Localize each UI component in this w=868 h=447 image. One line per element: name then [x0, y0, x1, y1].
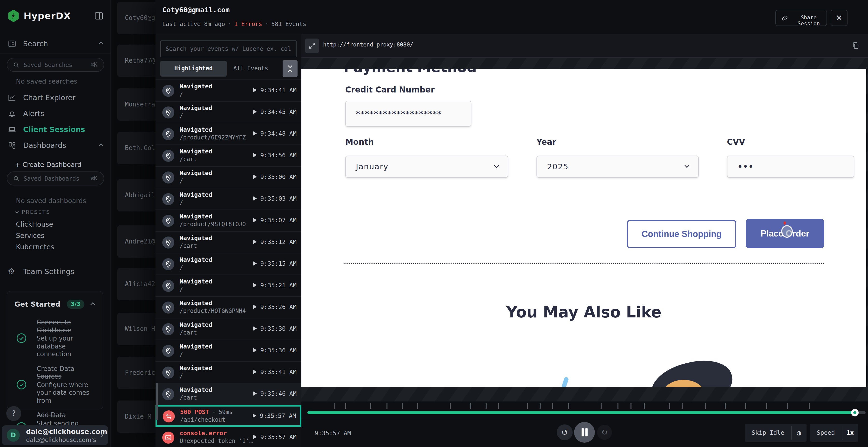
- session-list-item[interactable]: Abbigail: [117, 179, 158, 211]
- session-list-item[interactable]: Andre21@: [117, 226, 158, 258]
- event-row-error[interactable]: 500 POST · 59ms/api/checkout9:35:57 AM: [156, 405, 301, 427]
- event-row[interactable]: Navigated/9:35:36 AM: [156, 340, 301, 362]
- session-list-item[interactable]: Beth.Gol: [117, 132, 158, 164]
- event-timestamp[interactable]: 9:35:46 AM: [253, 390, 297, 397]
- forward-button[interactable]: ↻: [597, 425, 612, 440]
- play-icon: [253, 240, 257, 244]
- event-timestamp[interactable]: 9:34:56 AM: [253, 152, 297, 159]
- event-timestamp[interactable]: 9:35:15 AM: [253, 260, 297, 267]
- chevron-up-icon[interactable]: [99, 143, 103, 148]
- tab-all-events[interactable]: All Events: [228, 61, 274, 77]
- create-dashboard-button[interactable]: + Create Dashboard: [15, 161, 82, 168]
- event-timestamp[interactable]: 9:35:30 AM: [253, 325, 297, 332]
- timeline-track[interactable]: [307, 411, 866, 414]
- session-list-item[interactable]: Retha77@: [117, 44, 158, 77]
- user-menu[interactable]: D dale@clickhouse.com dale@clickhouse.co…: [2, 425, 108, 445]
- month-select[interactable]: January: [345, 156, 508, 178]
- session-list-item[interactable]: Alicia42: [117, 268, 158, 300]
- event-timestamp[interactable]: 9:35:57 AM: [253, 434, 297, 441]
- event-timestamp[interactable]: 9:34:45 AM: [253, 108, 297, 115]
- event-row[interactable]: Navigated/cart9:35:30 AM: [156, 318, 301, 340]
- session-list-item[interactable]: Monserra: [117, 89, 158, 121]
- cvv-input[interactable]: •••: [727, 156, 854, 178]
- replay-cursor-icon: [781, 225, 793, 238]
- skip-idle-label[interactable]: Skip Idle: [745, 424, 791, 442]
- events-search-input[interactable]: [160, 40, 297, 57]
- event-path: /cart: [180, 329, 212, 336]
- event-timestamp[interactable]: 9:35:12 AM: [253, 238, 297, 245]
- event-row-error[interactable]: console.errorUnexpected token 'I'…9:35:5…: [156, 427, 301, 447]
- event-row[interactable]: Navigated/cart9:34:56 AM: [156, 145, 301, 167]
- event-timestamp[interactable]: 9:35:07 AM: [253, 217, 297, 224]
- dashboards-icon: [8, 141, 17, 151]
- timeline-tick: [470, 403, 471, 409]
- collapse-rows-button[interactable]: [283, 60, 298, 77]
- get-started-step[interactable]: Create Data Sources Configure where your…: [14, 365, 95, 405]
- sidebar-item-alerts[interactable]: Alerts: [0, 106, 111, 122]
- fullscreen-icon[interactable]: [305, 38, 319, 53]
- timeline-handle[interactable]: [851, 409, 859, 416]
- event-timestamp[interactable]: 9:35:26 AM: [253, 304, 297, 310]
- event-row[interactable]: Navigated/9:35:41 AM: [156, 362, 301, 383]
- event-title: Navigated: [180, 191, 212, 198]
- share-session-button[interactable]: Share Session: [775, 10, 827, 26]
- presets-toggle[interactable]: PRESETS: [16, 209, 51, 215]
- tab-highlighted[interactable]: Highlighted: [160, 61, 227, 77]
- preset-kubernetes[interactable]: Kubernetes: [16, 243, 54, 251]
- cc-number-input[interactable]: *******************: [345, 101, 471, 127]
- speed-label[interactable]: Speed: [810, 424, 841, 442]
- sidebar-item-search[interactable]: Search: [0, 36, 111, 51]
- event-row[interactable]: Navigated/9:35:00 AM: [156, 167, 301, 188]
- sidebar-item-dashboards[interactable]: Dashboards: [0, 138, 111, 153]
- upsell-heading: You May Also Like: [301, 303, 866, 321]
- event-row[interactable]: Navigated/cart9:35:46 AM: [156, 383, 301, 405]
- year-select[interactable]: 2025: [536, 156, 699, 178]
- logo[interactable]: HyperDX: [0, 7, 111, 24]
- event-timestamp[interactable]: 9:35:00 AM: [253, 173, 297, 180]
- event-timestamp[interactable]: 9:35:21 AM: [253, 282, 297, 289]
- skip-idle-control: Skip Idle ◑: [745, 424, 807, 442]
- session-list-item[interactable]: Coty60@g: [117, 2, 158, 34]
- preset-services[interactable]: Services: [16, 232, 44, 240]
- event-row[interactable]: Navigated/product/6E92ZMYYFZ9:34:48 AM: [156, 123, 301, 145]
- copy-icon[interactable]: [850, 39, 862, 53]
- continue-shopping-button[interactable]: Continue Shopping: [627, 220, 736, 248]
- event-text: 500 POST · 59ms/api/checkout: [180, 409, 233, 423]
- speed-value[interactable]: 1x: [842, 424, 858, 442]
- event-row[interactable]: Navigated/cart9:35:12 AM: [156, 232, 301, 253]
- event-timestamp[interactable]: 9:35:57 AM: [253, 412, 296, 419]
- chevron-up-icon[interactable]: [99, 42, 103, 46]
- event-timestamp[interactable]: 9:34:41 AM: [253, 87, 297, 94]
- event-row[interactable]: Navigated/9:35:21 AM: [156, 275, 301, 297]
- help-button[interactable]: ?: [6, 406, 21, 421]
- chevron-up-icon[interactable]: [90, 302, 95, 307]
- event-timestamp[interactable]: 9:35:36 AM: [253, 347, 297, 354]
- pause-button[interactable]: [574, 422, 595, 443]
- event-row[interactable]: Navigated/9:35:03 AM: [156, 188, 301, 210]
- skip-idle-toggle-icon[interactable]: ◑: [792, 424, 806, 442]
- scrollbar-thumb[interactable]: [156, 383, 158, 420]
- rewind-button[interactable]: ↺: [557, 424, 572, 440]
- event-timestamp[interactable]: 9:35:41 AM: [253, 369, 297, 375]
- event-row[interactable]: Navigated/product/HQTGWGPNH49:35:26 AM: [156, 297, 301, 318]
- event-row[interactable]: Navigated/9:34:41 AM: [156, 80, 301, 102]
- sidebar-item-team-settings[interactable]: ⚙ Team Settings: [0, 264, 111, 279]
- event-row[interactable]: Navigated/9:34:45 AM: [156, 102, 301, 123]
- sidebar-item-chart-explorer[interactable]: Chart Explorer: [0, 90, 111, 105]
- close-icon[interactable]: ✕: [831, 10, 847, 26]
- saved-dashboards-input[interactable]: Saved Dashboards ⌘K: [7, 171, 104, 185]
- event-timestamp[interactable]: 9:35:03 AM: [253, 195, 297, 202]
- event-timestamp[interactable]: 9:34:48 AM: [253, 130, 297, 137]
- session-list-item[interactable]: Frederic: [117, 357, 158, 389]
- saved-searches-input[interactable]: Saved Searches ⌘K: [7, 58, 104, 72]
- collapse-sidebar-icon[interactable]: [94, 11, 104, 21]
- chart-icon: [8, 94, 17, 104]
- sidebar-item-client-sessions[interactable]: Client Sessions: [0, 122, 111, 137]
- preset-clickhouse[interactable]: ClickHouse: [16, 220, 53, 228]
- event-path: /: [180, 264, 212, 271]
- event-row[interactable]: Navigated/product/9SIQT8TOJO9:35:07 AM: [156, 210, 301, 232]
- get-started-step[interactable]: Connect to ClickHouse Set up your databa…: [14, 318, 95, 358]
- session-list-item[interactable]: Wilson_H: [117, 313, 158, 345]
- event-row[interactable]: Navigated/9:35:15 AM: [156, 253, 301, 275]
- session-list-item[interactable]: Dixie_M: [117, 401, 158, 433]
